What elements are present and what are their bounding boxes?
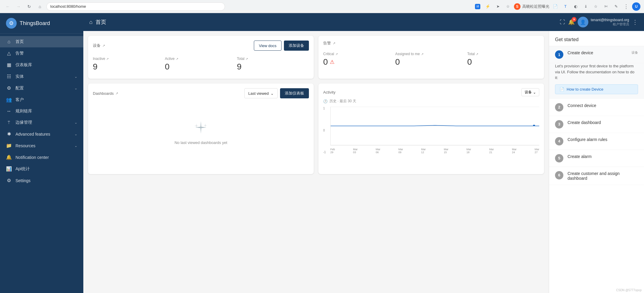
total-alarm-link-icon[interactable]: ↗ (476, 52, 478, 56)
device-total-stat: Total ↗ 9 (237, 54, 309, 74)
alarm-stats-row: Critical ↗ 0 ⚠ Assigned to me (323, 49, 539, 69)
share-button[interactable]: ➤ (494, 2, 502, 11)
gs-step-2[interactable]: 2 Connect device (549, 99, 644, 116)
browser-actions: 译 ⚡ ➤ ☆ S 高晓松近照曝光 📄 T ◐ ⇓ ☆ ✄ ✎ ⋮ U (473, 2, 640, 11)
gs-number-2: 2 (555, 103, 563, 111)
gs-step-2-title: Connect device (568, 103, 638, 108)
sidebar-item-alarms[interactable]: △ 告警 (0, 47, 83, 59)
sidebar-item-entities[interactable]: ☷ 实体 ⌄ (0, 71, 83, 82)
entities-chevron-icon: ⌄ (74, 75, 77, 79)
sidebar-item-settings[interactable]: ⚙ Settings (0, 175, 83, 186)
warning-triangle-icon: ⚠ (330, 59, 334, 65)
entities-nav-icon: ☷ (6, 74, 12, 79)
empty-dashboard: No last viewed dashboards yet (93, 102, 309, 162)
sidebar: ⚙ ThingsBoard ⌂ 首页 △ 告警 ▦ 仪表板库 ☷ 实体 ⌄ (0, 13, 83, 293)
lightning-button[interactable]: ⚡ (484, 2, 492, 11)
config-chevron-icon: ⌄ (74, 86, 77, 90)
home-button[interactable]: ⌂ (36, 2, 44, 11)
total-device-link-icon[interactable]: ↗ (246, 57, 248, 61)
user-menu[interactable]: 👤 tenant@thingsboard.org 租户管理员 (578, 17, 629, 27)
scissors-button[interactable]: ✄ (602, 2, 610, 11)
dashboards-external-link-icon[interactable]: ↗ (115, 92, 118, 95)
get-started-body: 1 Create device 设备 Let's provision your … (549, 46, 644, 185)
alarm-external-link-icon[interactable]: ↗ (333, 41, 335, 45)
sidebar-item-resources[interactable]: 📁 Resources ⌄ (0, 140, 83, 151)
sidebar-item-config[interactable]: ⚙ 配置 ⌄ (0, 82, 83, 94)
translate-button[interactable]: 译 (473, 2, 482, 11)
dashboards-dropdown[interactable]: Last viewed ⌄ (244, 88, 278, 98)
gs-number-4: 4 (555, 137, 563, 145)
clock-button[interactable]: ◐ (571, 2, 580, 11)
forward-button[interactable]: → (14, 2, 23, 11)
sidebar-item-rule-chains[interactable]: ↔ 规则链库 (0, 106, 83, 117)
address-bar[interactable]: localhost:8080/home (46, 2, 225, 11)
gs-step-4[interactable]: 4 Configure alarm rules (549, 133, 644, 150)
logo-text: ThingsBoard (20, 20, 50, 27)
bookmarks-button[interactable]: ☆ (592, 2, 600, 11)
app-menu-button[interactable]: ⋮ (632, 18, 638, 26)
back-button[interactable]: ← (4, 2, 12, 11)
notifications-bell[interactable]: 🔔 9 (568, 19, 575, 25)
edge-chevron-icon: ⌄ (74, 120, 77, 125)
star-button[interactable]: ☆ (504, 2, 512, 11)
sidebar-item-home[interactable]: ⌂ 首页 (0, 36, 83, 47)
y-max-label: 1 (323, 107, 325, 110)
sidebar-item-notifications[interactable]: 🔔 Notification center (0, 151, 83, 163)
critical-link-icon[interactable]: ↗ (335, 52, 338, 56)
gs-step-1-expanded: Let's provision your first device to the… (549, 63, 644, 99)
add-dashboard-button[interactable]: 添加仪表板 (280, 88, 309, 98)
sidebar-item-advanced[interactable]: ✱ Advanced features ⌄ (0, 128, 83, 140)
total-device-label: Total ↗ (237, 57, 309, 61)
sidebar-item-api[interactable]: 📊 Api统计 (0, 163, 83, 175)
assigned-link-icon[interactable]: ↗ (421, 52, 423, 56)
gs-step-3[interactable]: 3 Create dashboard (549, 116, 644, 133)
x-label-6: Mar18 (467, 148, 471, 154)
sidebar-item-dashboards[interactable]: ▦ 仪表板库 (0, 59, 83, 71)
doc-btn-label: How to create Device (567, 87, 604, 92)
dashboard-area: 设备 ↗ View docs 添加设备 Inactive (83, 31, 549, 293)
refresh-button[interactable]: ↻ (25, 2, 33, 11)
fullscreen-button[interactable]: ⛶ (560, 19, 565, 25)
sidebar-item-rule-chains-label: 规则链库 (15, 108, 77, 114)
translate2-button[interactable]: T (561, 2, 570, 11)
device-external-link-icon[interactable]: ↗ (102, 44, 105, 48)
dashboards-title-label: Dashboards (93, 91, 114, 96)
sidebar-item-api-label: Api统计 (15, 166, 77, 172)
gs-step-1-title: Create device (568, 50, 627, 55)
gs-step-1-content: Create device (568, 50, 627, 55)
x-label-2: Mar06 (376, 148, 381, 154)
chrome-menu-button[interactable]: ⋮ (622, 2, 630, 11)
activity-card: Activity 设备 ⌄ 🕐 历史 · 最后 30 天 (318, 83, 544, 174)
download-button[interactable]: ⇓ (582, 2, 590, 11)
sparkle-svg (192, 119, 210, 137)
add-device-button[interactable]: 添加设备 (284, 41, 309, 51)
sidebar-item-resources-label: Resources (15, 143, 71, 148)
sidebar-nav: ⌂ 首页 △ 告警 ▦ 仪表板库 ☷ 实体 ⌄ ⚙ 配置 ⌄ (0, 34, 83, 293)
gs-step-4-content: Configure alarm rules (568, 137, 638, 142)
activity-dropdown[interactable]: 设备 ⌄ (521, 88, 539, 96)
history-label: 🕐 历史 · 最后 30 天 (323, 99, 539, 104)
activity-dropdown-label: 设备 (525, 90, 532, 95)
view-docs-button[interactable]: View docs (254, 41, 282, 51)
x-label-8: Mar24 (512, 148, 517, 154)
x-label-1: Mar03 (353, 148, 358, 154)
sidebar-item-customers[interactable]: 👥 客户 (0, 94, 83, 106)
user-info: tenant@thingsboard.org 租户管理员 (591, 18, 629, 27)
sidebar-item-edge[interactable]: ⍑ 边缘管理 ⌄ (0, 117, 83, 128)
inactive-link-icon[interactable]: ↗ (106, 57, 109, 61)
gs-step-5[interactable]: 5 Create alarm (549, 150, 644, 167)
browser-profile[interactable]: U (632, 2, 640, 11)
gs-step-1[interactable]: 1 Create device 设备 (549, 46, 644, 63)
doc-icon: 📄 (559, 87, 564, 92)
edit-button[interactable]: ✎ (612, 2, 620, 11)
sidebar-item-notifications-label: Notification center (15, 155, 77, 160)
how-to-create-device-button[interactable]: 📄 How to create Device (555, 84, 638, 94)
gs-step-6[interactable]: 6 Create customer and assign dashboard (549, 167, 644, 185)
pdf-button[interactable]: 📄 (551, 2, 559, 11)
x-label-3: Mar09 (398, 148, 403, 154)
activity-chart: 1 0 -1 (323, 104, 539, 169)
active-link-icon[interactable]: ↗ (176, 57, 178, 61)
get-started-header: Get started (549, 31, 644, 46)
content-body: 设备 ↗ View docs 添加设备 Inactive (83, 31, 644, 293)
gs-step-6-title: Create customer and assign dashboard (568, 171, 638, 181)
